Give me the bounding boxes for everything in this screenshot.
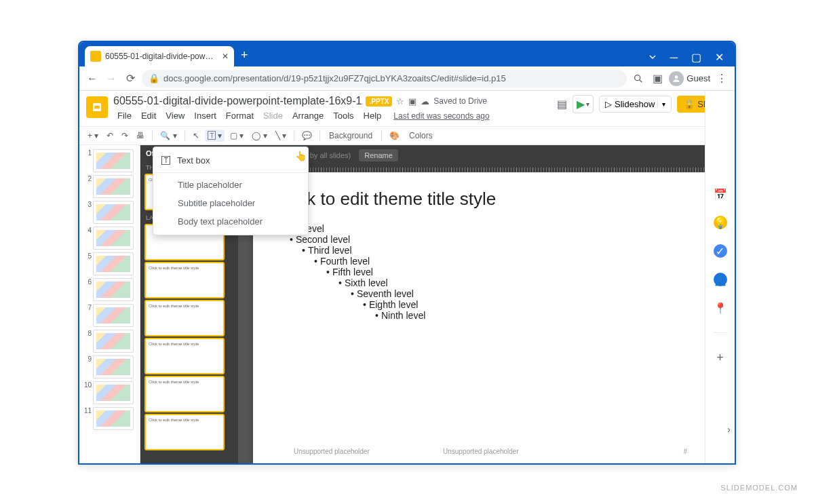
slides-favicon [90, 51, 101, 62]
layout-thumb[interactable]: Click to edit theme title style [144, 376, 225, 412]
saved-status: Saved to Drive [433, 96, 487, 106]
document-title[interactable]: 60555-01-digital-divide-powerpoint-templ… [113, 95, 362, 107]
image-tool[interactable]: ▢ ▾ [227, 130, 246, 142]
maximize-button[interactable]: ▢ [691, 51, 701, 64]
profile-chip[interactable]: Guest [669, 71, 710, 86]
panel-icon[interactable]: ▣ [650, 71, 665, 86]
slideshow-button[interactable]: ▷ Slideshow ▾ [599, 96, 672, 113]
dropdown-item-textbox[interactable]: 🅃 Text box [153, 151, 308, 170]
hide-sidepanel-button[interactable]: › [727, 424, 731, 435]
zoom-button[interactable]: 🔍 ▾ [157, 130, 179, 142]
comments-button[interactable]: ▤ [557, 98, 567, 111]
background-button[interactable]: Background [325, 130, 376, 142]
menu-tools[interactable]: Tools [329, 109, 357, 122]
svg-rect-3 [94, 106, 100, 109]
new-tab-button[interactable]: + [241, 48, 248, 62]
menu-format[interactable]: Format [222, 109, 258, 122]
menu-insert[interactable]: Insert [190, 109, 220, 122]
layout-thumb[interactable]: Click to edit theme title style [144, 262, 225, 298]
lock-icon: 🔒 [684, 99, 695, 109]
back-button[interactable]: ← [85, 71, 100, 86]
menu-bar: File Edit View Insert Format Slide Arran… [113, 109, 551, 122]
undo-button[interactable]: ↶ [104, 130, 116, 142]
guest-label: Guest [686, 73, 710, 83]
get-addons-button[interactable]: + [714, 351, 727, 364]
slide-thumb: 9 [79, 354, 140, 380]
contacts-addon-icon[interactable]: 👤 [714, 273, 727, 286]
forward-button[interactable]: → [104, 71, 119, 86]
theme-title-placeholder[interactable]: Click to edit theme title style [277, 189, 703, 210]
close-window-button[interactable]: ✕ [715, 51, 724, 64]
slide-thumb: 8 [79, 328, 140, 354]
menu-slide[interactable]: Slide [259, 109, 287, 122]
textbox-label: Text box [177, 155, 210, 166]
browser-tab[interactable]: 60555-01-digital-divide-powerpc ✕ [85, 46, 234, 66]
play-icon: ▷ [605, 99, 612, 109]
last-edit-link[interactable]: Last edit was seconds ago [389, 110, 493, 122]
meet-button[interactable]: ▶ ▾ [573, 95, 594, 113]
print-button[interactable]: 🖶 [134, 130, 147, 142]
avatar-icon [669, 71, 684, 86]
star-icon[interactable]: ☆ [396, 96, 404, 106]
move-folder-icon[interactable]: ▣ [408, 96, 416, 106]
meet-icon: ▶ [577, 98, 585, 111]
close-tab-icon[interactable]: ✕ [222, 52, 229, 61]
reload-button[interactable]: ⟳ [123, 71, 138, 86]
minimize-button[interactable]: ─ [670, 52, 678, 64]
menu-help[interactable]: Help [360, 109, 386, 122]
menu-arrange[interactable]: Arrange [288, 109, 328, 122]
page-number-placeholder: # [683, 448, 687, 455]
layout-thumb[interactable]: Click to edit theme title style [144, 338, 225, 374]
chrome-menu-button[interactable]: ⋮ [714, 71, 729, 86]
calendar-addon-icon[interactable]: 📅 [714, 187, 727, 201]
omnibox[interactable]: 🔒 docs.google.com/presentation/d/19-p5z1… [142, 70, 627, 88]
menu-file[interactable]: File [113, 109, 136, 122]
browser-window: 60555-01-digital-divide-powerpc ✕ + ─ ▢ … [78, 41, 736, 465]
filmstrip[interactable]: 1 2 3 4 5 6 7 8 9 10 11 [79, 145, 140, 465]
redo-button[interactable]: ↷ [119, 130, 131, 142]
select-tool[interactable]: ↖ [190, 130, 202, 142]
textbox-tool[interactable]: 🅃 ▾ [205, 130, 225, 142]
watermark: SLIDEMODEL.COM [720, 484, 798, 492]
cloud-saved-icon: ☁ [421, 96, 429, 106]
layout-thumb[interactable]: Click to edit theme title style [144, 300, 225, 336]
slide-thumb: 5 [79, 251, 140, 277]
colors-button[interactable]: Colors [405, 130, 437, 142]
menu-view[interactable]: View [161, 109, 189, 122]
slide-thumb: 11 [79, 406, 140, 431]
svg-point-1 [675, 75, 678, 79]
comment-tool[interactable]: 💬 [299, 130, 315, 142]
maps-addon-icon[interactable]: 📍 [714, 301, 727, 315]
slide-thumb: 2 [79, 174, 140, 199]
dropdown-item-body-placeholder[interactable]: Body text placeholder [153, 212, 308, 231]
slide-thumb: 6 [79, 277, 140, 303]
app-header: 60555-01-digital-divide-powerpoint-templ… [79, 91, 735, 126]
new-slide-button[interactable]: + ▾ [85, 130, 101, 142]
tab-title: 60555-01-digital-divide-powerpc [105, 52, 216, 61]
textbox-icon: 🅃 [161, 155, 170, 166]
side-panel-rail: 📅 💡 ✓ 👤 📍 + [705, 91, 735, 463]
dropdown-item-subtitle-placeholder[interactable]: Subtitle placeholder [153, 194, 308, 212]
cursor-pointer-icon: 👆 [295, 151, 307, 161]
theme-body-placeholder[interactable]: • First level • Second level • Third lev… [277, 223, 703, 321]
lock-icon: 🔒 [149, 73, 159, 83]
search-icon[interactable] [631, 71, 646, 86]
slide-thumb: 1 [79, 148, 140, 174]
unsupported-placeholder: Unsupported placeholder [294, 448, 370, 455]
line-tool[interactable]: ╲ ▾ [273, 130, 289, 142]
chevron-down-icon[interactable] [648, 52, 657, 64]
svg-point-0 [635, 75, 640, 80]
slides-logo[interactable] [86, 96, 108, 118]
layout-thumb[interactable]: Click to edit theme title style [144, 414, 225, 450]
slide-canvas[interactable]: Click to edit theme title style • First … [253, 172, 728, 465]
unsupported-placeholder: Unsupported placeholder [443, 448, 519, 455]
shape-tool[interactable]: ◯ ▾ [249, 130, 269, 142]
slide-thumb: 3 [79, 199, 140, 225]
slide-thumb: 7 [79, 303, 140, 328]
rename-button[interactable]: Rename [359, 149, 398, 161]
tasks-addon-icon[interactable]: ✓ [714, 244, 727, 258]
dropdown-item-title-placeholder[interactable]: Title placeholder [153, 176, 308, 194]
menu-edit[interactable]: Edit [137, 109, 160, 122]
keep-addon-icon[interactable]: 💡 [714, 216, 727, 229]
browser-titlebar: 60555-01-digital-divide-powerpc ✕ + ─ ▢ … [79, 42, 735, 66]
